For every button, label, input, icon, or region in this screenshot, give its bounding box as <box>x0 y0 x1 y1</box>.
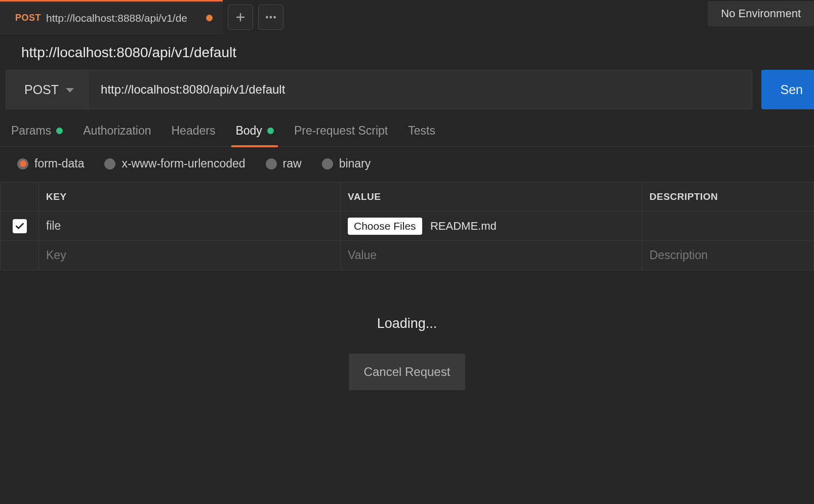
active-dot-icon <box>56 128 63 134</box>
radio-icon <box>104 158 115 170</box>
tab-method-label: POST <box>15 13 41 23</box>
svg-point-2 <box>273 16 276 19</box>
description-cell[interactable] <box>642 212 814 241</box>
tab-prerequest[interactable]: Pre-request Script <box>294 124 388 147</box>
radio-icon <box>266 158 277 170</box>
empty-checkbox-cell <box>1 241 39 270</box>
radio-label: form-data <box>34 157 84 171</box>
radio-icon <box>322 158 333 170</box>
col-value-header: VALUE <box>341 182 642 212</box>
page-title: http://localhost:8080/api/v1/default <box>0 34 814 70</box>
tab-headers[interactable]: Headers <box>172 124 216 147</box>
tab-tests[interactable]: Tests <box>408 124 435 147</box>
radio-raw[interactable]: raw <box>266 157 302 171</box>
svg-point-0 <box>266 16 268 19</box>
key-cell[interactable]: file <box>46 219 61 232</box>
description-input[interactable] <box>649 248 806 262</box>
chevron-down-icon <box>66 88 74 93</box>
tab-label: Headers <box>172 124 216 138</box>
tab-authorization[interactable]: Authorization <box>83 124 151 147</box>
loading-area: Loading... Cancel Request <box>0 316 814 390</box>
col-key-header: KEY <box>39 182 341 212</box>
selected-filename: README.md <box>430 220 497 232</box>
tab-params[interactable]: Params <box>11 124 63 147</box>
form-data-table: KEY VALUE DESCRIPTION file Choose Files … <box>0 182 814 270</box>
radio-label: x-www-form-urlencoded <box>121 157 245 171</box>
method-label: POST <box>24 82 59 97</box>
cancel-request-button[interactable]: Cancel Request <box>349 354 466 390</box>
send-button[interactable]: Sen <box>761 70 814 109</box>
radio-label: raw <box>283 157 302 171</box>
tab-body[interactable]: Body <box>235 124 273 147</box>
col-checkbox-header <box>1 182 39 212</box>
tab-options-button[interactable] <box>258 5 283 30</box>
tab-label: Tests <box>408 124 435 138</box>
environment-selector[interactable]: No Environment <box>708 1 814 26</box>
unsaved-dot-icon <box>206 15 213 21</box>
radio-form-data[interactable]: form-data <box>17 157 84 171</box>
active-dot-icon <box>267 128 274 134</box>
table-row-empty <box>1 241 814 270</box>
tab-label: Pre-request Script <box>294 124 388 138</box>
new-tab-button[interactable] <box>228 5 253 30</box>
loading-text: Loading... <box>377 316 437 331</box>
col-description-header: DESCRIPTION <box>642 182 814 212</box>
tab-label: Body <box>235 124 262 138</box>
radio-urlencoded[interactable]: x-www-form-urlencoded <box>104 157 245 171</box>
method-select[interactable]: POST <box>6 70 89 109</box>
body-type-group: form-data x-www-form-urlencoded raw bina… <box>0 147 814 182</box>
request-tabs: Params Authorization Headers Body Pre-re… <box>0 109 814 147</box>
table-row: file Choose Files README.md <box>1 212 814 241</box>
request-tab[interactable]: POST http://localhost:8888/api/v1/de <box>0 0 223 34</box>
environment-label: No Environment <box>721 7 801 20</box>
tab-label: Params <box>11 124 51 138</box>
radio-binary[interactable]: binary <box>322 157 371 171</box>
url-row: POST Sen <box>0 70 814 109</box>
radio-icon <box>17 158 28 170</box>
tab-label: Authorization <box>83 124 151 138</box>
key-input[interactable] <box>46 248 333 262</box>
choose-files-button[interactable]: Choose Files <box>348 218 422 235</box>
tab-url: http://localhost:8888/api/v1/de <box>46 12 201 24</box>
row-enabled-checkbox[interactable] <box>13 219 27 233</box>
table-header-row: KEY VALUE DESCRIPTION <box>1 182 814 212</box>
url-input[interactable] <box>89 70 752 109</box>
tab-strip: POST http://localhost:8888/api/v1/de No … <box>0 0 814 34</box>
value-input[interactable] <box>348 248 635 262</box>
radio-label: binary <box>339 157 371 171</box>
svg-point-1 <box>270 16 272 19</box>
